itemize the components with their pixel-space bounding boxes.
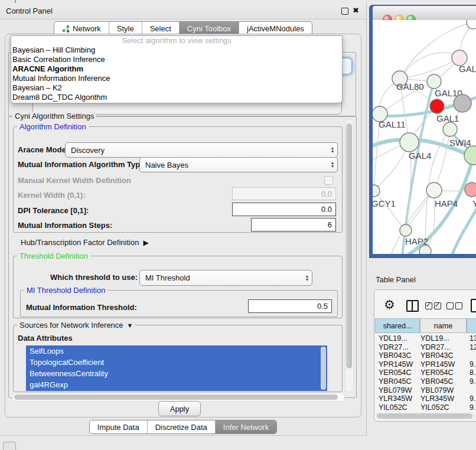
bottom-tab-impute-data[interactable]: Impute Data [90, 420, 148, 433]
document-icon-partial[interactable] [471, 299, 476, 312]
network-node[interactable] [464, 146, 476, 165]
table-cell[interactable]: YPR145W [379, 360, 413, 369]
node-label-gal11: GAL11 [379, 119, 406, 129]
tab-network[interactable]: Network [54, 22, 109, 35]
network-node-hap4[interactable] [426, 182, 442, 198]
deselect-all-icon[interactable] [446, 302, 462, 309]
network-graph: GALGAL80GAL10GAL1GAL11SWI4GAL4GCY1HAP4YH… [373, 20, 476, 254]
dropdown-item-mutual-information-inference[interactable]: Mutual Information Inference [11, 74, 342, 83]
attribute-item-topologicalcoefficient[interactable]: TopologicalCoefficient [26, 357, 327, 368]
table-cell[interactable]: YIL052C [379, 403, 407, 412]
table-cell[interactable]: YDL19... [420, 334, 449, 343]
bottom-tab-infer-network[interactable]: Infer Network [216, 420, 276, 433]
table-cell[interactable]: 9. [470, 394, 475, 403]
control-panel-window: Control Panel NetworkStyleSelectCyni Too… [0, 3, 367, 436]
mi-threshold-input[interactable] [248, 299, 332, 313]
table-cell[interactable]: 9. [470, 360, 475, 369]
kernel-width-input[interactable] [232, 187, 336, 200]
dropdown-item-bayesian-hill-climbing[interactable]: Bayesian – Hill Climbing [11, 45, 342, 55]
table-cell[interactable]: 13 [470, 334, 476, 343]
network-node[interactable] [467, 20, 476, 29]
bottom-tab-discretize-data[interactable]: Discretize Data [148, 420, 216, 433]
network-edge[interactable] [400, 58, 459, 79]
dropdown-item-dream8-dc-tdc-algorithm[interactable]: Dream8 DC_TDC Algorithm [11, 93, 342, 102]
minimized-panel-button-partial[interactable] [3, 442, 16, 450]
network-canvas[interactable]: GALGAL80GAL10GAL1GAL11SWI4GAL4GCY1HAP4YH… [373, 20, 476, 254]
table-hscrollbar-thumb[interactable] [377, 413, 472, 419]
stepper-icon [302, 275, 312, 282]
bottom-tab-discretize-data-label: Discretize Data [155, 423, 207, 432]
network-edge[interactable] [434, 129, 450, 190]
data-attributes-list[interactable]: SelfLoopsTopologicalCoefficientBetweenne… [26, 345, 327, 391]
table-cell[interactable]: 9. [470, 377, 475, 386]
table-hscrollbar-track[interactable] [376, 412, 476, 419]
table-cell[interactable]: YIL052C [420, 403, 449, 412]
table-cell[interactable]: 12 [470, 343, 476, 351]
mi-type-combo[interactable]: Naive Bayes [139, 157, 338, 172]
network-node-y[interactable] [465, 182, 476, 197]
apply-button[interactable]: Apply [158, 401, 201, 416]
dropdown-item-basic-correlation-inference[interactable]: Basic Correlation Inference [11, 55, 342, 64]
settings-vscrollbar-track[interactable] [345, 119, 354, 392]
tab-cyni-toolbox[interactable]: Cyni Toolbox [180, 22, 239, 35]
close-icon[interactable] [353, 6, 359, 15]
algorithm-definition-title: Algorithm Definition [17, 122, 89, 131]
aracne-mode-combo[interactable]: Discovery [65, 142, 338, 158]
dpi-tolerance-label: DPI Tolerance [0,1]: [18, 206, 89, 215]
table-cell[interactable]: YBR043C [379, 351, 412, 360]
table-cell[interactable]: YPR145W [420, 360, 455, 369]
network-node[interactable] [454, 94, 471, 112]
table-cell[interactable]: 8. [470, 369, 475, 377]
manual-kernel-checkbox[interactable] [324, 176, 333, 185]
table-cell[interactable]: YBR045C [379, 377, 412, 386]
network-node-swi4[interactable] [443, 122, 457, 136]
attr-list-scrollbar-thumb[interactable] [321, 347, 326, 390]
network-node-gal4[interactable] [400, 133, 419, 152]
network-node-gal1[interactable] [430, 99, 444, 113]
table-cell[interactable]: YER054C [379, 369, 412, 377]
mi-type-value: Naive Bayes [140, 161, 328, 169]
column-layout-icon[interactable] [406, 300, 419, 312]
table-cell[interactable]: 9. [470, 403, 475, 412]
settings-vscrollbar-thumb[interactable] [346, 123, 352, 369]
table-cell[interactable]: YDR27... [379, 343, 409, 351]
settings-hscrollbar-thumb[interactable] [14, 394, 338, 400]
column-header-shared[interactable]: shared... [375, 318, 420, 333]
network-node-gal10[interactable] [427, 74, 441, 89]
attribute-item-selfloops[interactable]: SelfLoops [26, 345, 327, 357]
table-cell[interactable]: YER054C [420, 369, 454, 377]
table-cell[interactable]: YBR043C [420, 351, 454, 360]
table-cell[interactable]: YBL079W [379, 386, 412, 394]
sources-group-title[interactable]: Sources for Network Inference [17, 321, 135, 330]
dropdown-item-aracne-algorithm[interactable]: ARACNE Algorithm [11, 64, 342, 74]
table-cell[interactable]: YLR345W [379, 394, 412, 403]
settings-hscrollbar-track[interactable] [12, 393, 345, 402]
hub-definition-toggle[interactable]: Hub/Transcription Factor Definition [21, 238, 149, 247]
table-cell[interactable]: YBR045C [420, 377, 454, 386]
table-cell[interactable]: YDL19... [379, 334, 407, 343]
algorithm-dropdown-popup: Select algorithm to view settings Bayesi… [11, 35, 343, 103]
attribute-item-betweennesscentrality[interactable]: BetweennessCentrality [26, 368, 327, 379]
attribute-item-gal4rgexp[interactable]: gal4RGexp [26, 379, 327, 390]
network-node-gcy1[interactable] [373, 185, 380, 197]
dropdown-item-bayesian-k2[interactable]: Bayesian – K2 [11, 83, 342, 93]
select-all-icon[interactable] [425, 302, 441, 309]
mi-steps-input[interactable] [251, 218, 336, 231]
network-window-titlebar[interactable] [373, 6, 476, 21]
column-header-name[interactable]: name [420, 318, 467, 333]
table-cell[interactable]: YBL079W [420, 386, 454, 394]
column-header-partial[interactable] [467, 318, 476, 333]
network-node[interactable] [419, 245, 431, 254]
control-panel-title: Control Panel [6, 6, 53, 15]
tab-style[interactable]: Style [109, 22, 142, 35]
dpi-tolerance-input[interactable] [232, 203, 336, 216]
gear-icon[interactable] [384, 298, 395, 312]
network-edge[interactable] [374, 191, 406, 230]
float-window-icon[interactable] [341, 8, 348, 15]
tab-select[interactable]: Select [142, 22, 180, 35]
table-cell[interactable]: YDR27... [420, 343, 451, 351]
table-cell[interactable]: YLR345W [420, 394, 454, 403]
which-threshold-combo[interactable]: MI Threshold [139, 270, 312, 286]
tab-jactivemnodules[interactable]: jActiveMNodules [239, 22, 312, 35]
network-node-hap2[interactable] [400, 224, 412, 236]
